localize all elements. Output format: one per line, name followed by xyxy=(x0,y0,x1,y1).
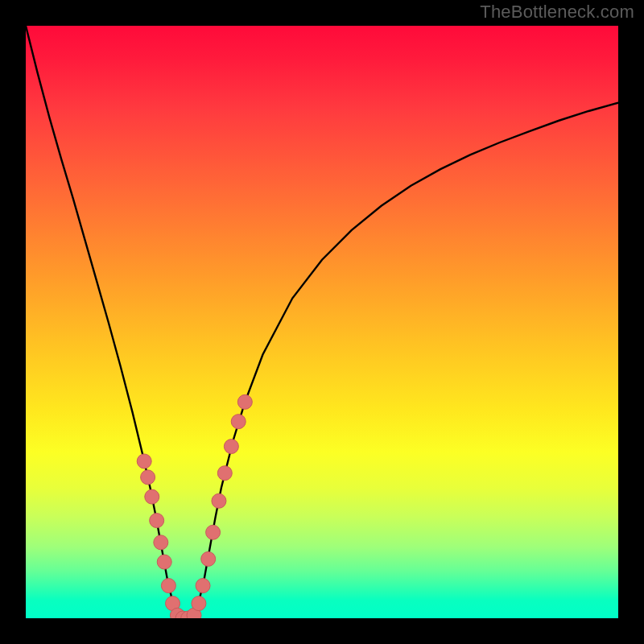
data-marker xyxy=(137,454,151,469)
data-marker xyxy=(141,470,155,485)
data-marker xyxy=(224,440,238,454)
data-marker xyxy=(154,535,168,550)
watermark-text: TheBottleneck.com xyxy=(480,2,634,23)
data-marker xyxy=(157,555,171,569)
data-marker xyxy=(237,394,252,409)
curve-layer xyxy=(26,26,618,618)
chart-frame: TheBottleneck.com xyxy=(0,0,644,644)
data-marker xyxy=(145,489,159,504)
data-marker xyxy=(201,551,216,566)
data-marker xyxy=(212,493,226,508)
plot-area xyxy=(26,26,618,618)
data-marker xyxy=(231,415,246,429)
data-marker xyxy=(206,525,221,539)
data-marker xyxy=(150,514,164,528)
data-marker xyxy=(161,579,175,593)
bottleneck-curve xyxy=(26,26,618,618)
data-marker xyxy=(217,466,232,481)
data-marker xyxy=(192,597,206,611)
data-marker xyxy=(196,579,210,593)
